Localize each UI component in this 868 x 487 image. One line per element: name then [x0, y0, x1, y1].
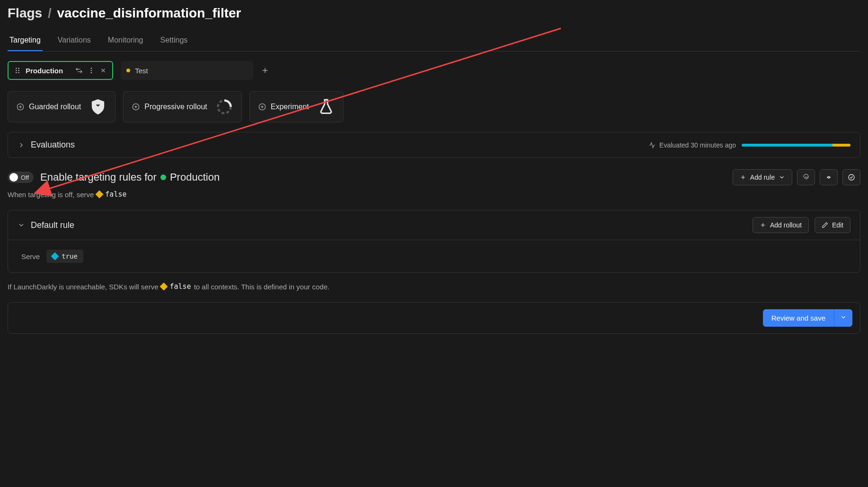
- check-badge-icon: [848, 174, 855, 181]
- fallback-text: If LaunchDarkly is unreachable, SDKs wil…: [8, 282, 860, 291]
- tab-monitoring[interactable]: Monitoring: [106, 30, 145, 51]
- fallback-suffix: to all contexts. This is defined in your…: [194, 283, 330, 291]
- serve-label: Serve: [21, 252, 40, 261]
- serve-value-chip: true: [46, 250, 83, 263]
- svg-point-7: [91, 70, 92, 71]
- svg-point-6: [91, 68, 92, 69]
- more-icon[interactable]: [88, 67, 95, 74]
- plus-circle-icon: [132, 103, 140, 111]
- env-pill-test[interactable]: Test: [121, 61, 253, 80]
- edit-button[interactable]: Edit: [815, 217, 850, 233]
- edit-label: Edit: [832, 221, 843, 229]
- svg-point-13: [849, 174, 854, 180]
- drag-handle-icon: [14, 67, 21, 74]
- serve-value: true: [62, 252, 78, 260]
- collapse-icon: [825, 174, 833, 181]
- evaluations-panel[interactable]: Evaluations Evaluated 30 minutes ago: [8, 132, 860, 158]
- diamond-blue-icon: [51, 252, 59, 261]
- plus-circle-icon: [258, 103, 266, 111]
- eval-bar-seg-true: [742, 144, 833, 147]
- svg-point-4: [16, 72, 17, 73]
- breadcrumb-root[interactable]: Flags: [8, 6, 42, 20]
- rollout-label: Progressive rollout: [144, 103, 207, 111]
- guarded-rollout-button[interactable]: Guarded rollout: [8, 91, 115, 122]
- tabs: Targeting Variations Monitoring Settings: [8, 30, 860, 52]
- chevron-down-icon: [779, 174, 785, 181]
- add-rule-button[interactable]: Add rule: [733, 169, 792, 185]
- rollout-label: Guarded rollout: [29, 103, 81, 111]
- svg-point-2: [16, 70, 17, 71]
- add-environment-icon[interactable]: [261, 66, 269, 75]
- tab-settings[interactable]: Settings: [159, 30, 190, 51]
- svg-point-3: [18, 70, 19, 71]
- rollout-row: Guarded rollout Progressive rollout Expe…: [8, 91, 860, 122]
- env-dot-icon: [160, 174, 166, 180]
- plus-icon: [740, 174, 746, 181]
- chevron-down-icon: [840, 314, 847, 321]
- default-rule-title: Default rule: [31, 220, 74, 230]
- close-icon[interactable]: [100, 67, 106, 74]
- pencil-icon: [822, 222, 828, 228]
- breadcrumb: Flags / vaccine_disinformation_filter: [8, 6, 860, 21]
- add-rollout-label: Add rollout: [770, 221, 802, 229]
- toggle-state: Off: [21, 174, 29, 181]
- add-rule-label: Add rule: [750, 174, 775, 181]
- env-dot-icon: [126, 69, 130, 72]
- flask-icon: [318, 98, 335, 115]
- plus-icon: [760, 222, 766, 228]
- env-label: Test: [135, 67, 148, 75]
- targeting-env-label: Production: [170, 171, 220, 183]
- review-save-button[interactable]: Review and save: [763, 309, 834, 327]
- off-serve-prefix: When targeting is off, serve: [8, 191, 94, 199]
- review-save-dropdown[interactable]: [834, 309, 852, 327]
- plus-circle-icon: [17, 103, 24, 111]
- toggle-knob: [9, 173, 18, 182]
- progressive-rollout-button[interactable]: Progressive rollout: [123, 91, 242, 122]
- breadcrumb-leaf: vaccine_disinformation_filter: [57, 6, 241, 20]
- tab-variations[interactable]: Variations: [56, 30, 93, 51]
- chevron-right-icon: [18, 141, 25, 149]
- svg-point-8: [91, 72, 92, 73]
- progress-ring-icon: [216, 98, 233, 115]
- env-label: Production: [26, 67, 63, 75]
- save-panel: Review and save: [8, 302, 860, 334]
- rollout-label: Experiment: [271, 103, 309, 111]
- diamond-yellow-icon: [160, 283, 168, 291]
- compare-icon[interactable]: [75, 67, 83, 74]
- targeting-header: Off Enable targeting rules for Productio…: [8, 169, 860, 185]
- fallback-prefix: If LaunchDarkly is unreachable, SDKs wil…: [8, 283, 158, 291]
- chevron-down-icon[interactable]: [18, 221, 25, 229]
- svg-point-0: [16, 68, 17, 69]
- experiment-button[interactable]: Experiment: [249, 91, 344, 122]
- fallback-value: false: [169, 282, 191, 291]
- add-rollout-button[interactable]: Add rollout: [753, 217, 809, 233]
- targeting-toggle[interactable]: Off: [8, 172, 34, 183]
- shield-heart-icon: [89, 98, 106, 115]
- evaluations-title: Evaluations: [31, 140, 75, 150]
- diamond-yellow-icon: [96, 191, 104, 199]
- eval-bar-seg-false: [833, 144, 850, 147]
- tab-targeting[interactable]: Targeting: [8, 30, 43, 51]
- svg-point-1: [18, 68, 19, 69]
- environments-row: Production Test: [8, 61, 860, 80]
- evaluations-bar: [742, 144, 850, 147]
- off-serve-text: When targeting is off, serve false: [8, 190, 860, 199]
- targeting-title-prefix: Enable targeting rules for: [40, 171, 157, 183]
- activity-icon: [649, 142, 655, 148]
- fingerprint-button[interactable]: [797, 169, 815, 185]
- fingerprint-icon: [802, 174, 810, 181]
- evaluations-meta: Evaluated 30 minutes ago: [659, 141, 736, 149]
- svg-point-5: [18, 72, 19, 73]
- breadcrumb-sep: /: [48, 6, 52, 20]
- env-pill-production[interactable]: Production: [8, 61, 113, 80]
- validate-button[interactable]: [842, 169, 860, 185]
- collapse-button[interactable]: [820, 169, 838, 185]
- off-serve-value: false: [105, 190, 126, 199]
- default-rule-panel: Default rule Add rollout Edit Serve true: [8, 210, 860, 273]
